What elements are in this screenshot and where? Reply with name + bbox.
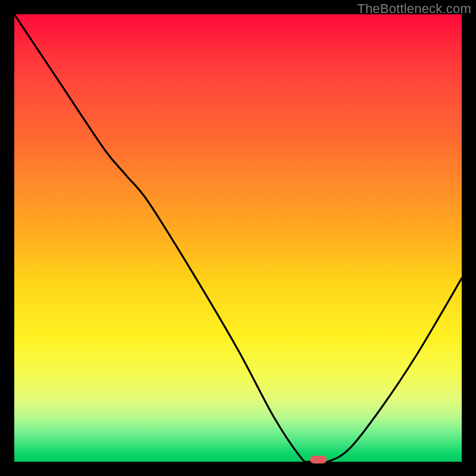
selected-config-marker — [310, 456, 327, 464]
bottleneck-curve — [14, 14, 462, 462]
plot-area — [14, 14, 462, 462]
watermark-text: TheBottleneck.com — [357, 1, 471, 17]
chart-frame: TheBottleneck.com — [0, 0, 476, 476]
